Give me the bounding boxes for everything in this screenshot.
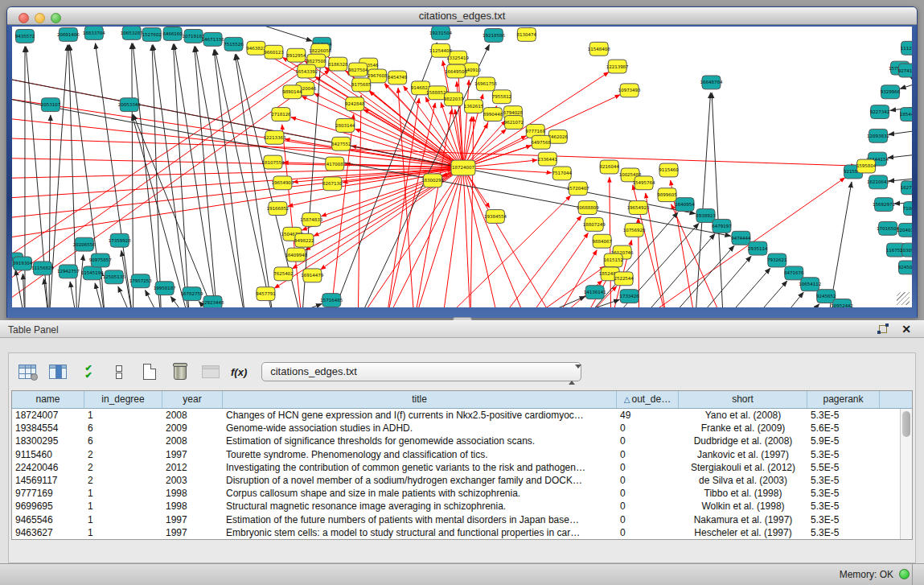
table-cell: Structural magnetic resonance image aver… <box>223 500 617 513</box>
graph-node-label: 9899605 <box>657 192 676 197</box>
function-builder-icon[interactable]: f(x) <box>231 366 247 378</box>
table-cell: 1 <box>84 500 162 513</box>
graph-node-label: 8938923 <box>696 213 716 218</box>
graph-node-label: 8990448 <box>483 112 503 117</box>
table-cell: 2009 <box>162 422 223 435</box>
close-panel-icon[interactable]: ✕ <box>901 323 911 336</box>
row-view-icon[interactable] <box>109 362 129 381</box>
graph-node-label: 7462026 <box>548 134 569 139</box>
attribute-browser: ✔✔ f(x) citations_edges.txt <box>8 352 916 563</box>
graph-node-label: 9822037 <box>444 97 464 101</box>
table-row[interactable]: 1872400712008Changes of HCN gene express… <box>12 409 912 422</box>
graph-node-label: 9274104 <box>898 68 912 73</box>
delete-column-icon[interactable] <box>170 362 191 381</box>
table-panel-header: Table Panel ✕ <box>0 320 924 338</box>
table-row[interactable]: 977716911998Corpus callosum shape and si… <box>12 487 912 500</box>
graph-node-label: 417008 <box>326 162 343 167</box>
table-cell: 0 <box>617 487 679 500</box>
table-cell: Disruption of a novel member of a sodium… <box>223 474 617 487</box>
selector-stepper-icon <box>569 366 576 379</box>
graph-node-label: 9884067 <box>592 239 612 244</box>
table-cell: Hescheler et al. (1997) <box>679 526 807 539</box>
graph-node-label: 17957253 <box>129 278 152 283</box>
scrollbar-thumb[interactable] <box>902 411 910 437</box>
graph-node-label: 9457791 <box>256 291 275 296</box>
graph-node-label: 14671338 <box>202 37 224 42</box>
graph-node-label: 8267130 <box>322 181 343 186</box>
table-cell: 9115460 <box>12 448 84 461</box>
table-cell: de Silva et al. (2003) <box>679 474 807 487</box>
column-header-outde[interactable]: △out_de… <box>617 391 679 408</box>
graph-node-label: 10756928 <box>623 228 646 233</box>
vertical-scrollbar[interactable] <box>900 409 912 539</box>
table-cell: 9463627 <box>12 526 84 539</box>
graph-node-label: 14136141 <box>584 290 606 295</box>
network-table-selector[interactable]: citations_edges.txt <box>261 362 581 381</box>
table-cell: 2003 <box>162 474 223 487</box>
table-cell: 0 <box>617 422 679 435</box>
graph-node-label: 10309556 <box>900 248 912 253</box>
float-panel-icon[interactable] <box>877 323 890 336</box>
graph-node-label: 12213363 <box>263 135 285 140</box>
table-row[interactable]: 969969511998Structural magnetic resonanc… <box>12 500 912 513</box>
graph-node-label: 90975857 <box>89 258 112 263</box>
column-header-title[interactable]: title <box>223 391 617 408</box>
table-cell: 1998 <box>162 487 223 500</box>
column-header-indegree[interactable]: in_degree <box>84 391 162 408</box>
memory-ok-icon[interactable] <box>899 569 910 579</box>
graph-node-label: 20206556 <box>73 242 96 247</box>
canvas-resize-grip[interactable] <box>897 292 910 305</box>
graph-node-label: 16543392 <box>295 69 318 74</box>
column-header-pagerank[interactable]: pagerank <box>807 391 880 408</box>
table-mode-icon[interactable] <box>17 362 38 381</box>
graph-node-label: 15495764 <box>633 180 655 185</box>
table-cell: 49 <box>617 409 679 422</box>
column-header-name[interactable]: name <box>12 391 84 408</box>
citation-graph[interactable]: 9435572206914061883370410653287152760264… <box>12 27 912 307</box>
graph-node-label: 9245012 <box>898 265 912 270</box>
graph-node-label: 9498222 <box>294 238 314 243</box>
table-panel: Table Panel ✕ ✔✔ <box>0 320 924 585</box>
graph-node-label: 9175685 <box>351 82 371 87</box>
table-row[interactable]: 1830029562008Estimation of significance … <box>12 435 912 447</box>
column-header-short[interactable]: short <box>679 391 807 408</box>
network-canvas[interactable]: 9435572206914061883370410653287152760264… <box>12 27 912 307</box>
graph-node-label: 8471676 <box>784 270 804 275</box>
graph-node-label: 6466160 <box>162 31 183 36</box>
graph-node-label: 2967608 <box>368 73 388 78</box>
table-cell: Wolkin et al. (1998) <box>679 500 807 513</box>
table-row[interactable]: 1456911722003Disruption of a novel membe… <box>12 474 912 487</box>
window-titlebar[interactable]: citations_edges.txt <box>7 7 917 25</box>
table-row[interactable]: 2242004622012Investigating the contribut… <box>12 461 912 474</box>
node-table: namein_degreeyeartitle△out_de…shortpager… <box>11 390 913 540</box>
graph-node-label: 19958187 <box>154 286 176 290</box>
selection-filter-icon[interactable]: ✔✔ <box>78 362 99 381</box>
table-row[interactable]: 946362711997Embryonic stem cells: a mode… <box>12 526 912 539</box>
graph-node-label: 15692971 <box>873 202 895 207</box>
table-row[interactable]: 1938455462009Genome-wide association stu… <box>12 422 912 435</box>
column-header-year[interactable]: year <box>162 391 223 408</box>
table-cell: 5.3E-5 <box>807 448 880 461</box>
graph-node-label: 9890144 <box>282 89 302 94</box>
table-row[interactable]: 946554611997Estimation of the future num… <box>12 513 912 526</box>
table-cell: Estimation of significance thresholds fo… <box>223 435 617 447</box>
graph-node-label: 19166852 <box>266 206 289 211</box>
graph-node-label: 1733426 <box>619 294 639 299</box>
graph-node-label: 2718126 <box>271 112 291 117</box>
graph-node-label: 16210643 <box>867 179 889 184</box>
graph-node-label: 9660123 <box>264 50 284 55</box>
table-cell: 5.3E-5 <box>807 513 880 526</box>
create-column-icon[interactable] <box>139 362 160 381</box>
table-cell: 9699695 <box>12 500 84 513</box>
graph-node-label: 9621072 <box>504 120 524 125</box>
graph-node-label: 9242848 <box>345 101 365 106</box>
table-panel-title: Table Panel <box>8 324 59 336</box>
table-cell: Dudbridge et al. (2008) <box>679 435 807 447</box>
column-visibility-icon[interactable] <box>47 362 68 381</box>
table-cell: 5.5E-5 <box>807 461 880 474</box>
graph-node-label: 16961758 <box>474 81 497 86</box>
graph-node-label: 8427552 <box>331 142 351 146</box>
table-row[interactable]: 911546021997Tourette syndrome. Phenomeno… <box>12 448 912 461</box>
graph-node-label: 15874833 <box>300 217 322 222</box>
table-cell: 18724007 <box>12 409 84 422</box>
